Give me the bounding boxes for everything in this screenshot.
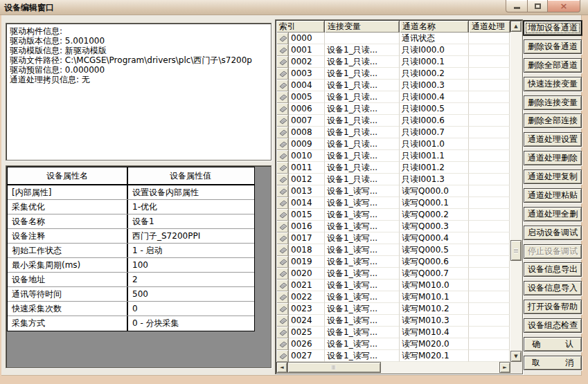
column-header-index[interactable]: 索引 (276, 21, 325, 33)
property-row[interactable]: 设备名称 设备1 (8, 214, 254, 229)
action-button[interactable]: 设备信息导入 (524, 281, 582, 295)
channel-row[interactable]: 0023 设备1_读写... 读写M010.2 (276, 303, 510, 315)
property-row[interactable]: [内部属性] 设置设备内部属性 (8, 185, 254, 200)
row-header-cell[interactable] (276, 103, 289, 115)
row-header-cell[interactable] (276, 44, 289, 56)
channel-row[interactable]: 0001 设备1_只读... 只读I000.0 (276, 44, 510, 56)
scroll-down-arrow[interactable]: ▼ (510, 351, 522, 362)
channel-row[interactable]: 0027 设备1_读写... 读写M020.1 (276, 350, 510, 362)
channel-row[interactable]: 0019 设备1_读写... 读写Q000.6 (276, 256, 510, 268)
column-header-channel-process[interactable]: 通道处理 (469, 21, 510, 33)
action-button[interactable]: 删除连接变量 (524, 95, 582, 110)
action-button[interactable]: 通道处理粘贴 (524, 188, 582, 203)
channel-row[interactable]: 0018 设备1_读写... 读写Q000.5 (276, 244, 510, 256)
channel-row[interactable]: 0024 设备1_读写... 读写M010.3 (276, 315, 510, 327)
action-button[interactable]: 删除全部连接 (524, 113, 582, 128)
channel-row[interactable]: 0002 设备1_只读... 只读I000.1 (276, 56, 510, 68)
action-button[interactable]: 确 认 (524, 337, 582, 351)
channel-row[interactable]: 0010 设备1_只读... 只读I001.1 (276, 150, 510, 162)
row-header-cell[interactable] (276, 91, 289, 103)
property-value-cell[interactable]: 2 (128, 273, 253, 286)
action-button[interactable]: 设备组态检查 (524, 318, 582, 333)
action-button[interactable]: 启动设备调试 (524, 226, 582, 240)
action-button[interactable]: 通道处理设置 (524, 132, 582, 147)
column-header-variable[interactable]: 连接变量 (325, 21, 400, 33)
channel-row[interactable]: 0022 设备1_读写... 读写M010.1 (276, 291, 510, 303)
row-header-cell[interactable] (276, 33, 289, 44)
row-header-cell[interactable] (276, 127, 289, 138)
property-value-cell[interactable]: 100 (128, 258, 253, 272)
action-button[interactable]: 打开设备帮助 (524, 300, 582, 314)
horizontal-scroll-thumb[interactable] (287, 362, 381, 373)
channel-row[interactable]: 0004 设备1_只读... 只读I000.3 (276, 80, 510, 91)
property-value-cell[interactable]: 1 - 启动 (128, 244, 253, 257)
vertical-scrollbar[interactable]: ▲ ▼ (510, 21, 522, 362)
vertical-scroll-track[interactable] (510, 32, 522, 351)
property-row[interactable]: 初始工作状态 1 - 启动 (8, 244, 254, 258)
row-header-cell[interactable] (276, 350, 289, 362)
scroll-left-arrow[interactable]: ◄ (276, 362, 287, 373)
row-header-cell[interactable] (276, 185, 289, 197)
property-value-cell[interactable]: 0 - 分块采集 (128, 316, 253, 331)
column-header-channel-name[interactable]: 通道名称 (400, 21, 469, 33)
channel-row[interactable]: 0003 设备1_只读... 只读I000.2 (276, 68, 510, 80)
property-value-cell[interactable]: 西门子_S7200PPI (128, 229, 253, 243)
row-header-cell[interactable] (276, 197, 289, 209)
property-row[interactable]: 快速采集次数 0 (8, 302, 254, 316)
property-value-cell[interactable]: 设备1 (128, 214, 253, 228)
row-header-cell[interactable] (276, 338, 289, 350)
minimize-button[interactable] (506, 0, 528, 12)
channel-row[interactable]: 0011 设备1_只读... 只读I001.2 (276, 162, 510, 174)
row-header-cell[interactable] (276, 303, 289, 315)
property-row[interactable]: 最小采集周期(ms) 100 (8, 258, 254, 273)
row-header-cell[interactable] (276, 162, 289, 174)
property-value-cell[interactable]: 1-优化 (128, 200, 253, 214)
action-button[interactable]: 增加设备通道 (524, 21, 582, 35)
property-value-cell[interactable]: 500 (128, 287, 253, 301)
titlebar[interactable]: 设备编辑窗口 × (0, 0, 588, 15)
channel-row[interactable]: 0000 通讯状态 (276, 33, 510, 44)
row-header-cell[interactable] (276, 244, 289, 256)
maximize-button[interactable] (528, 0, 548, 12)
row-header-cell[interactable] (276, 115, 289, 127)
row-header-cell[interactable] (276, 221, 289, 232)
property-row[interactable]: 通讯等待时间 500 (8, 287, 254, 302)
row-header-cell[interactable] (276, 291, 289, 303)
scroll-up-arrow[interactable]: ▲ (510, 21, 522, 32)
channel-row[interactable]: 0015 设备1_读写... 读写Q000.2 (276, 209, 510, 221)
row-header-cell[interactable] (276, 268, 289, 280)
property-row[interactable]: 设备注释 西门子_S7200PPI (8, 229, 254, 244)
row-header-cell[interactable] (276, 209, 289, 221)
scroll-right-arrow[interactable]: ► (499, 362, 510, 373)
property-value-cell[interactable]: 设置设备内部属性 (128, 185, 253, 199)
property-row[interactable]: 采集优化 1-优化 (8, 200, 254, 214)
row-header-cell[interactable] (276, 327, 289, 338)
action-button[interactable]: 删除全部通道 (524, 58, 582, 73)
channel-row[interactable]: 0006 设备1_只读... 只读I000.5 (276, 103, 510, 115)
row-header-cell[interactable] (276, 68, 289, 80)
action-button[interactable]: 快速连接变量 (524, 77, 582, 91)
property-row[interactable]: 设备地址 2 (8, 273, 254, 287)
channel-row[interactable]: 0009 设备1_只读... 只读I001.0 (276, 138, 510, 150)
channel-row[interactable]: 0012 设备1_只读... 只读I001.3 (276, 174, 510, 185)
action-button[interactable]: 通道处理全删 (524, 207, 582, 221)
channel-row[interactable]: 0021 设备1_读写... 读写M010.0 (276, 280, 510, 291)
horizontal-scrollbar[interactable]: ◄ ► (276, 362, 510, 373)
channel-row[interactable]: 0020 设备1_读写... 读写Q000.7 (276, 268, 510, 280)
row-header-cell[interactable] (276, 56, 289, 68)
property-row[interactable]: 采集方式 0 - 分块采集 (8, 316, 254, 331)
row-header-cell[interactable] (276, 232, 289, 244)
channel-row[interactable]: 0025 设备1_读写... 读写M010.4 (276, 327, 510, 338)
vertical-scroll-thumb[interactable] (510, 240, 522, 261)
row-header-cell[interactable] (276, 174, 289, 185)
channel-row[interactable]: 0007 设备1_只读... 只读I000.6 (276, 115, 510, 127)
row-header-cell[interactable] (276, 80, 289, 91)
channel-row[interactable]: 0026 设备1_读写... 读写M020.0 (276, 338, 510, 350)
row-header-cell[interactable] (276, 150, 289, 162)
action-button[interactable]: 停止设备调试 (524, 244, 582, 259)
row-header-cell[interactable] (276, 138, 289, 150)
action-button[interactable]: 通道处理复制 (524, 170, 582, 184)
channel-row[interactable]: 0013 设备1_读写... 读写Q000.0 (276, 185, 510, 197)
action-button[interactable]: 设备信息导出 (524, 262, 582, 277)
row-header-cell[interactable] (276, 256, 289, 268)
